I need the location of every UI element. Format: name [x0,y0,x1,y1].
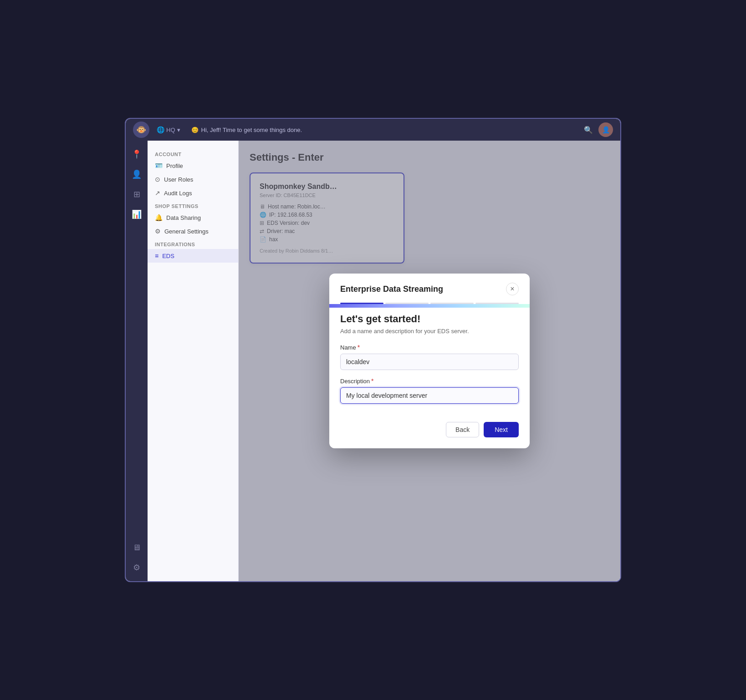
top-bar: 🐵 🌐 HQ ▾ 😊 Hi, Jeff! Time to get some th… [126,119,620,141]
integrations-section-label: Integrations [148,238,238,249]
progress-step-3 [430,303,474,304]
name-required-indicator: * [358,344,360,351]
modal-step-subtitle: Add a name and description for your EDS … [340,328,519,335]
globe-icon: 🌐 [157,126,164,133]
next-button[interactable]: Next [484,422,519,437]
modal-progress [329,295,530,304]
sidebar-icon-location[interactable]: 📍 [128,146,145,162]
eds-icon: ≡ [155,252,158,259]
main-layout: 📍 👤 ⊞ 📊 🖥 ⚙ Account 🪪 Profile ⊙ User Rol… [126,141,620,581]
name-input[interactable] [340,354,519,370]
sidebar-item-audit-logs[interactable]: ↗ Audit Logs [148,186,238,200]
account-section-label: Account [148,148,238,159]
description-input[interactable] [340,387,519,404]
greeting-bar: 😊 Hi, Jeff! Time to get some things done… [191,127,302,133]
sidebar-icon-layers[interactable]: ⊞ [128,186,145,203]
sidebar-item-label: Data Sharing [166,214,201,221]
progress-step-1 [340,303,383,304]
main-content: Settings - Enter Shopmonkey Sandb… Serve… [239,141,620,581]
modal-body: Let's get started! Add a name and descri… [329,309,530,422]
back-button[interactable]: Back [446,422,479,437]
sidebar-item-label: General Settings [164,228,209,235]
app-frame: 🐵 🌐 HQ ▾ 😊 Hi, Jeff! Time to get some th… [125,118,621,582]
top-bar-right: 🔍 👤 [584,122,613,137]
modal-close-button[interactable]: × [506,283,519,295]
avatar[interactable]: 👤 [598,122,613,137]
general-settings-icon: ⚙ [155,228,161,235]
audit-logs-icon: ↗ [155,189,160,197]
description-label: Description * [340,377,519,385]
name-label: Name * [340,344,519,351]
hq-selector[interactable]: 🌐 HQ ▾ [157,126,180,133]
sidebar-nav: Account 🪪 Profile ⊙ User Roles ↗ Audit L… [148,141,239,581]
sidebar-item-user-roles[interactable]: ⊙ User Roles [148,172,238,186]
modal-title: Enterprise Data Streaming [340,284,443,294]
sidebar-icon-settings[interactable]: ⚙ [128,559,145,576]
data-sharing-icon: 🔔 [155,214,163,221]
sidebar-item-label: Profile [166,162,183,169]
description-required-indicator: * [371,377,373,385]
sidebar-item-data-sharing[interactable]: 🔔 Data Sharing [148,211,238,224]
sidebar-icon-chart[interactable]: 📊 [128,206,145,223]
modal-footer: Back Next [329,422,530,448]
user-roles-icon: ⊙ [155,176,160,183]
smile-icon: 😊 [191,127,199,133]
sidebar-item-label: User Roles [164,176,193,183]
close-icon: × [510,285,514,293]
sidebar-item-label: EDS [162,253,174,259]
progress-step-4 [475,303,519,304]
modal-gradient-band [329,304,530,308]
description-form-group: Description * [340,377,519,404]
sidebar-item-label: Audit Logs [164,190,192,197]
search-icon[interactable]: 🔍 [584,126,593,134]
progress-step-2 [385,303,429,304]
modal-header: Enterprise Data Streaming × [329,274,530,295]
greeting-text: Hi, Jeff! Time to get some things done. [201,127,302,133]
shop-settings-section-label: Shop Settings [148,200,238,211]
sidebar-icons-bottom: 🖥 ⚙ [128,539,145,576]
profile-icon: 🪪 [155,162,163,169]
sidebar-icon-monitor[interactable]: 🖥 [128,539,145,556]
hq-label: HQ [166,127,175,133]
sidebar-item-eds[interactable]: ≡ EDS [148,249,238,263]
chevron-down-icon: ▾ [177,127,180,133]
modal: Enterprise Data Streaming × Let's get [329,274,530,448]
sidebar-icons: 📍 👤 ⊞ 📊 🖥 ⚙ [126,141,148,581]
modal-overlay: Enterprise Data Streaming × Let's get [239,141,620,581]
sidebar-item-general-settings[interactable]: ⚙ General Settings [148,224,238,238]
sidebar-item-profile[interactable]: 🪪 Profile [148,159,238,172]
modal-step-title: Let's get started! [340,313,519,325]
name-form-group: Name * [340,344,519,370]
app-logo[interactable]: 🐵 [133,122,149,138]
sidebar-icon-users[interactable]: 👤 [128,166,145,183]
